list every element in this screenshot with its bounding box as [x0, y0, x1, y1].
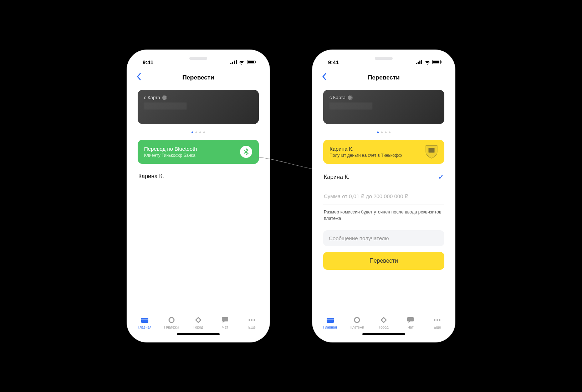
card-pagination[interactable] — [323, 128, 444, 135]
chat-icon — [406, 316, 415, 324]
battery-icon — [247, 60, 255, 64]
message-placeholder: Сообщение получателю — [329, 235, 389, 241]
phone-left: 9:41 Перевести с Карта Перевод — [127, 50, 270, 342]
card-pagination[interactable] — [138, 128, 259, 135]
tab-chat[interactable]: Чат — [397, 316, 424, 329]
contact-name: Карина К. — [138, 173, 164, 180]
payments-icon — [353, 316, 361, 324]
cellular-signal-icon — [230, 60, 237, 64]
tab-city[interactable]: Город — [370, 316, 397, 329]
wifi-icon — [239, 60, 245, 64]
svg-rect-7 — [429, 148, 435, 153]
svg-point-12 — [434, 319, 435, 321]
tab-chat[interactable]: Чат — [212, 316, 239, 329]
amount-input[interactable]: Сумма от 0,01 ₽ до 200 000 000 ₽ — [323, 190, 444, 205]
source-card[interactable]: с Карта — [323, 90, 444, 124]
transfer-button[interactable]: Перевести — [323, 252, 444, 270]
wifi-icon — [424, 60, 430, 64]
city-icon — [379, 316, 388, 324]
svg-rect-8 — [327, 318, 334, 323]
nav-header: Перевести — [317, 70, 451, 86]
status-time: 9:41 — [143, 59, 153, 65]
svg-point-14 — [439, 319, 440, 321]
svg-point-6 — [254, 319, 255, 321]
more-icon — [433, 316, 441, 324]
svg-rect-3 — [222, 317, 228, 321]
svg-rect-0 — [141, 318, 148, 323]
battery-icon — [432, 60, 441, 64]
recipient-banner[interactable]: Карина К. Получит деньги на счет в Тиньк… — [323, 140, 444, 164]
phone-right: 9:41 Перевести с Карта Карина К — [312, 50, 455, 342]
home-indicator — [177, 333, 220, 335]
banner-title: Карина К. — [330, 146, 402, 152]
source-card[interactable]: с Карта — [138, 90, 259, 124]
page-title: Перевести — [182, 74, 214, 81]
nav-header: Перевести — [131, 70, 265, 86]
content: с Карта Карина К. Получит деньги на счет… — [317, 86, 451, 313]
status-indicators — [230, 60, 255, 64]
cellular-signal-icon — [416, 60, 422, 64]
content: с Карта Перевод по Bluetooth Клиенту Тин… — [131, 86, 265, 313]
payments-icon — [167, 316, 176, 324]
svg-point-4 — [249, 319, 250, 321]
source-card-label: с Карта — [330, 95, 346, 100]
city-icon — [194, 316, 203, 324]
svg-point-10 — [354, 318, 359, 323]
svg-rect-11 — [407, 317, 414, 321]
tab-home[interactable]: Главная — [131, 316, 158, 329]
contact-name: Карина К. — [324, 174, 349, 180]
banner-subtitle: Получит деньги на счет в Тинькофф — [330, 153, 402, 158]
status-time: 9:41 — [328, 59, 339, 65]
svg-rect-1 — [141, 319, 148, 320]
status-indicators — [416, 60, 441, 64]
card-number-masked — [144, 102, 187, 109]
contact-row[interactable]: Карина К. ✓ — [323, 172, 444, 190]
tab-more[interactable]: Еще — [424, 316, 451, 329]
home-icon — [326, 316, 335, 324]
mastercard-icon — [348, 95, 353, 100]
contact-row[interactable]: Карина К. — [138, 172, 259, 188]
tab-payments[interactable]: Платежи — [343, 316, 370, 329]
tab-payments[interactable]: Платежи — [158, 316, 185, 329]
card-number-masked — [330, 102, 372, 109]
svg-rect-9 — [327, 319, 334, 320]
svg-point-13 — [436, 319, 438, 321]
tab-more[interactable]: Еще — [239, 316, 265, 329]
mastercard-icon — [162, 95, 167, 100]
tinkoff-logo-icon — [425, 145, 438, 158]
more-icon — [247, 316, 256, 324]
home-icon — [141, 316, 149, 324]
chat-icon — [221, 316, 229, 324]
tab-home[interactable]: Главная — [317, 316, 343, 329]
message-input[interactable]: Сообщение получателю — [323, 230, 444, 246]
home-indicator — [362, 333, 405, 335]
svg-point-2 — [169, 318, 174, 323]
amount-placeholder: Сумма от 0,01 ₽ до 200 000 000 ₽ — [324, 193, 408, 199]
bluetooth-transfer-banner[interactable]: Перевод по Bluetooth Клиенту Тинькофф Ба… — [138, 140, 259, 164]
back-button[interactable] — [136, 73, 141, 83]
page-title: Перевести — [368, 74, 399, 81]
notch — [355, 54, 412, 64]
back-button[interactable] — [322, 73, 327, 83]
checkmark-icon: ✓ — [438, 173, 444, 181]
svg-point-5 — [251, 319, 252, 321]
source-card-label: с Карта — [144, 95, 160, 100]
fee-note: Размер комиссии будет уточнен после ввод… — [323, 205, 444, 224]
tab-city[interactable]: Город — [185, 316, 211, 329]
banner-subtitle: Клиенту Тинькофф Банка — [144, 153, 197, 158]
notch — [170, 54, 227, 64]
banner-title: Перевод по Bluetooth — [144, 146, 197, 152]
bluetooth-icon — [240, 145, 252, 158]
